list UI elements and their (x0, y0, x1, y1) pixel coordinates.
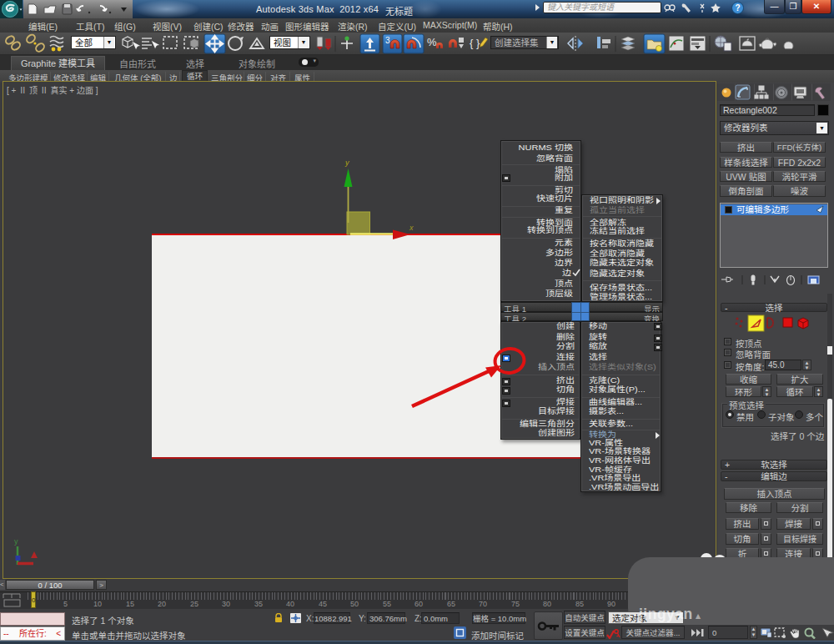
svg-text:x: x (409, 224, 414, 232)
svg-text:y: y (14, 537, 18, 546)
svg-text:y: y (344, 158, 349, 167)
svg-text:%: % (427, 36, 437, 48)
svg-text:?: ? (735, 3, 740, 13)
svg-text:3: 3 (385, 36, 390, 45)
svg-text:{ }: { } (470, 37, 480, 49)
